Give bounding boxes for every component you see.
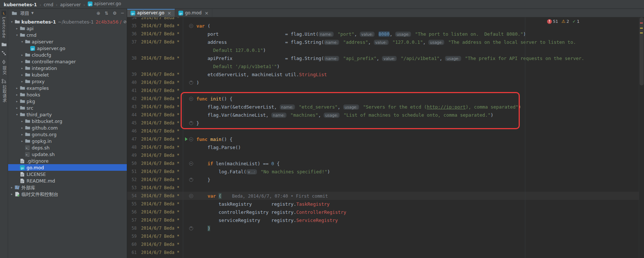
- tree-item[interactable]: ▸api: [8, 25, 127, 32]
- code-line[interactable]: Default '/api/v1beta1'"): [127, 62, 639, 70]
- blame-annotation[interactable]: 2014/6/7 Beda *: [141, 209, 180, 215]
- stripe-button-structure[interactable]: [1, 51, 6, 56]
- tree-item[interactable]: >_update.sh: [8, 151, 127, 158]
- breadcrumb-item[interactable]: cmd: [44, 2, 53, 7]
- blame-annotation[interactable]: 2014/6/7 Beda *: [141, 177, 180, 182]
- blame-annotation[interactable]: 2014/6/7 Beda *: [141, 185, 180, 190]
- blame-annotation[interactable]: 2014/6/7 Beda *: [141, 17, 180, 20]
- fold-end-icon[interactable]: ^: [189, 178, 193, 182]
- tab-go.mod[interactable]: gogo.mod×: [175, 9, 212, 17]
- settings-icon[interactable]: ⚙: [113, 11, 117, 16]
- tree-item[interactable]: ▾apiserver: [8, 38, 127, 45]
- code-line[interactable]: 542014/6/7 Beda *− var ( Beda, 2014/6/7,…: [127, 192, 639, 200]
- blame-annotation[interactable]: 2014/6/7 Beda *: [141, 193, 180, 198]
- error-count[interactable]: !51: [547, 19, 558, 24]
- code-line[interactable]: 402014/6/7 Beda *^): [127, 78, 639, 86]
- breadcrumb-item[interactable]: goapiserver.go: [88, 1, 121, 6]
- code-line[interactable]: 482014/6/7 Beda * flag.Parse(): [127, 143, 639, 151]
- blame-annotation[interactable]: 2014/6/7 Beda *: [141, 218, 180, 223]
- breadcrumb-item[interactable]: kubernetes-1: [4, 2, 37, 7]
- blame-annotation[interactable]: 2014/6/7 Beda *: [141, 88, 180, 93]
- code-line[interactable]: 372014/6/7 Beda * address = flag.String(…: [127, 38, 639, 46]
- blame-annotation[interactable]: 2014/6/7 Beda *: [141, 250, 180, 255]
- fold-collapse-icon[interactable]: −: [189, 194, 193, 198]
- code-line[interactable]: 612014/6/7 Beda *: [127, 248, 639, 257]
- code-line[interactable]: 572014/6/7 Beda * serviceRegistry regist…: [127, 216, 639, 224]
- blame-annotation[interactable]: 2014/6/7 Beda *: [141, 161, 180, 166]
- code-line[interactable]: 362014/6/7 Beda * port = flag.Uint(name:…: [127, 30, 639, 38]
- tree-item[interactable]: ▸pkg: [8, 98, 127, 105]
- warning-stripe-mark[interactable]: [640, 32, 643, 33]
- tree-item[interactable]: .gitignore: [8, 158, 127, 164]
- close-icon[interactable]: ×: [205, 11, 209, 15]
- error-stripe-mark[interactable]: [640, 22, 643, 24]
- tree-item[interactable]: ▸controller-manager: [8, 58, 127, 65]
- collapse-all-icon[interactable]: ⇅: [105, 11, 108, 16]
- blame-annotation[interactable]: 2014/6/7 Beda *: [141, 201, 180, 206]
- breadcrumb-item[interactable]: apiserver: [60, 2, 81, 7]
- tree-item[interactable]: ▸外部库: [8, 184, 127, 191]
- blame-annotation[interactable]: 2014/6/7 Beda *: [141, 112, 180, 117]
- tree-item[interactable]: ▸github.com: [8, 124, 127, 131]
- run-icon[interactable]: [185, 137, 188, 141]
- fold-collapse-icon[interactable]: −: [189, 24, 193, 28]
- tree-item[interactable]: ▾cmd: [8, 32, 127, 38]
- hide-icon[interactable]: ─: [121, 11, 124, 16]
- fold-end-icon[interactable]: ^: [189, 226, 193, 230]
- project-tool-tab[interactable]: 项目 ▼: [11, 10, 34, 16]
- tree-item[interactable]: ▸kubelet: [8, 71, 127, 78]
- tab-apiserver.go[interactable]: goapiserver.go×: [127, 9, 175, 17]
- tree-item[interactable]: ▸临时文件和控制台: [8, 191, 127, 197]
- fold-collapse-icon[interactable]: −: [189, 137, 193, 141]
- blame-annotation[interactable]: 2014/6/7 Beda *: [141, 120, 180, 126]
- blame-annotation[interactable]: 2014/6/7 Beda *: [141, 234, 180, 239]
- tree-item[interactable]: ▸gonuts.org: [8, 131, 127, 138]
- editor[interactable]: 342014/6/7 Beda *352014/6/7 Beda *−var (…: [127, 17, 644, 258]
- stripe-button-project[interactable]: [1, 42, 7, 47]
- fold-collapse-icon[interactable]: −: [189, 162, 193, 166]
- blame-annotation[interactable]: 2014/6/7 Beda *: [141, 104, 180, 109]
- tree-item[interactable]: README.md: [8, 177, 127, 184]
- blame-annotation[interactable]: 2014/6/7 Beda *: [141, 80, 180, 85]
- blame-annotation[interactable]: 2014/6/7 Beda *: [141, 226, 180, 231]
- code-line[interactable]: 592014/6/7 Beda *: [127, 232, 639, 240]
- code-line[interactable]: 382014/6/7 Beda * apiPrefix = flag.Strin…: [127, 54, 639, 62]
- code-line[interactable]: 462014/6/7 Beda *: [127, 127, 639, 135]
- code-line[interactable]: 392014/6/7 Beda * etcdServerList, machin…: [127, 70, 639, 78]
- tree-item[interactable]: goapiserver.go: [8, 45, 127, 52]
- code-line[interactable]: 492014/6/7 Beda *: [127, 151, 639, 159]
- inspections-widget[interactable]: !51⚠2✓1: [547, 19, 579, 24]
- code-line[interactable]: 622014/6/7 Beda *: [127, 257, 639, 258]
- blame-annotation[interactable]: 2014/6/7 Beda *: [141, 145, 180, 150]
- code-line[interactable]: 562014/6/7 Beda * controllerRegistry reg…: [127, 208, 639, 216]
- stripe-button-commit[interactable]: 提交: [1, 60, 7, 75]
- blame-annotation[interactable]: 2014/6/7 Beda *: [141, 169, 180, 174]
- blame-annotation[interactable]: 2014/6/7 Beda *: [141, 153, 180, 158]
- weak-warning-count[interactable]: ✓1: [572, 19, 579, 24]
- fold-end-icon[interactable]: ^: [189, 81, 193, 85]
- code-line[interactable]: 452014/6/7 Beda *^}: [127, 119, 639, 127]
- fold-collapse-icon[interactable]: −: [189, 97, 193, 101]
- blame-annotation[interactable]: 2014/6/7 Beda *: [141, 72, 180, 77]
- warning-stripe-mark[interactable]: [640, 28, 643, 29]
- error-stripe[interactable]: [639, 17, 644, 258]
- blame-annotation[interactable]: 2014/6/7 Beda *: [141, 137, 180, 142]
- code-line[interactable]: 412014/6/7 Beda *: [127, 86, 639, 95]
- code-line[interactable]: Default 127.0.0.1"): [127, 46, 639, 54]
- tree-item[interactable]: gogo.mod: [8, 164, 127, 171]
- code-line[interactable]: 602014/6/7 Beda *: [127, 240, 639, 248]
- blame-annotation[interactable]: 2014/6/7 Beda *: [141, 56, 180, 61]
- code-line[interactable]: 522014/6/7 Beda *^ }: [127, 176, 639, 184]
- tree-item[interactable]: ▾third_party: [8, 111, 127, 118]
- blame-annotation[interactable]: 2014/6/7 Beda *: [141, 242, 180, 247]
- blame-annotation[interactable]: 2014/6/7 Beda *: [141, 39, 180, 45]
- code-line[interactable]: 442014/6/7 Beda * flag.Var(&machineList,…: [127, 111, 639, 119]
- code-line[interactable]: 502014/6/7 Beda *− if len(machineList) =…: [127, 159, 639, 167]
- stripe-button-leetcode[interactable]: LLeetcode: [1, 11, 6, 38]
- warning-count[interactable]: ⚠2: [561, 19, 569, 24]
- tree-item[interactable]: ▸cloudcfg: [8, 52, 127, 58]
- tree-item[interactable]: LICENSE: [8, 171, 127, 177]
- tree-item[interactable]: ▸hooks: [8, 91, 127, 98]
- blame-annotation[interactable]: 2014/6/7 Beda *: [141, 23, 180, 28]
- tree-item[interactable]: ▸src: [8, 105, 127, 111]
